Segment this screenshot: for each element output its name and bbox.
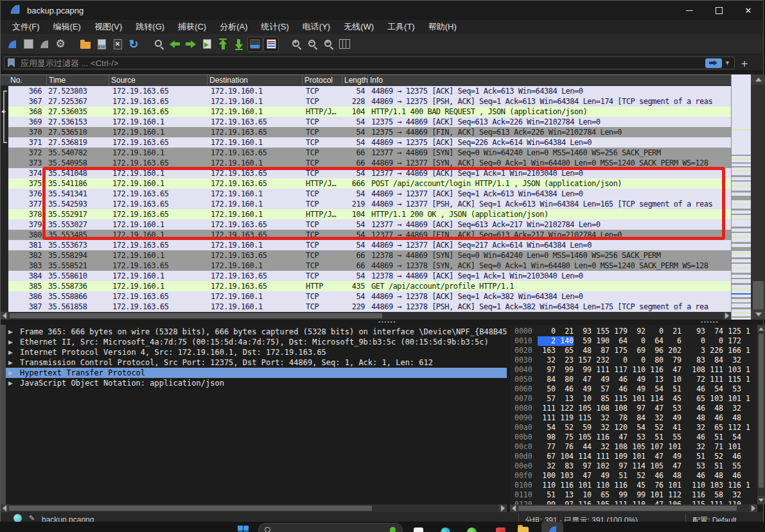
hex-byte[interactable]: 116 bbox=[646, 365, 664, 375]
hex-byte[interactable]: 157 bbox=[574, 356, 592, 365]
bytes-vscrollbar[interactable] bbox=[757, 325, 765, 504]
bytes-hscrollbar[interactable] bbox=[510, 504, 757, 512]
hex-byte[interactable]: 32 bbox=[592, 442, 610, 452]
hex-byte[interactable]: 83 bbox=[556, 461, 574, 471]
hex-byte[interactable]: 47 bbox=[610, 433, 628, 442]
hscroll-thumb[interactable] bbox=[9, 506, 372, 511]
scroll-up-button[interactable] bbox=[757, 325, 765, 332]
hex-byte[interactable]: 47 bbox=[664, 365, 681, 375]
hex-byte[interactable]: 32 bbox=[538, 356, 556, 365]
hex-byte[interactable]: 0 bbox=[687, 336, 705, 346]
expand-triangle-icon[interactable]: ▶ bbox=[8, 337, 13, 347]
details-line-1[interactable]: ▶Ethernet II, Src: Microsoft_4a:7d:75 (0… bbox=[6, 337, 507, 347]
hex-byte[interactable]: 54 bbox=[628, 423, 646, 433]
hex-byte[interactable]: 117 bbox=[610, 365, 628, 375]
hex-byte[interactable]: 10 bbox=[664, 375, 681, 384]
hex-byte[interactable]: 179 bbox=[610, 327, 628, 336]
hex-byte[interactable]: 0 bbox=[538, 327, 556, 336]
hex-byte[interactable]: 0 bbox=[610, 356, 628, 365]
hex-byte[interactable]: 47 bbox=[646, 452, 664, 461]
hex-byte[interactable]: 77 bbox=[538, 442, 556, 452]
hex-byte[interactable]: 105 bbox=[592, 500, 610, 504]
column-header-destination[interactable]: Destination bbox=[207, 75, 303, 85]
resize-columns-button[interactable] bbox=[337, 37, 352, 52]
hex-byte[interactable]: 120 bbox=[610, 423, 628, 433]
hex-byte[interactable]: 46 bbox=[556, 384, 574, 394]
hex-byte[interactable]: 101 bbox=[664, 481, 681, 490]
hex-byte[interactable]: 108 bbox=[610, 442, 628, 452]
hex-byte[interactable]: 48 bbox=[574, 346, 592, 356]
hex-byte[interactable]: 47 bbox=[646, 404, 664, 413]
column-header-info[interactable]: Info bbox=[368, 75, 751, 85]
hex-byte[interactable]: 109 bbox=[610, 452, 628, 461]
hex-byte[interactable]: 49 bbox=[592, 471, 610, 481]
packet-row-369[interactable]: 36927.536153172.19.160.1172.19.163.65TCP… bbox=[8, 117, 731, 127]
menu-item-10[interactable]: 帮助(H) bbox=[428, 21, 457, 33]
hex-byte[interactable]: 97 bbox=[538, 365, 556, 375]
details-line-3[interactable]: ▶Transmission Control Protocol, Src Port… bbox=[6, 357, 507, 368]
hex-byte[interactable]: 116 bbox=[723, 481, 741, 490]
hex-byte[interactable]: 110 bbox=[723, 500, 741, 504]
go-to-packet-button[interactable] bbox=[199, 37, 215, 52]
hex-byte[interactable]: 115 bbox=[687, 500, 705, 504]
hex-byte[interactable]: 99 bbox=[556, 365, 574, 375]
packet-row-383[interactable]: 38335.558521172.19.163.65172.19.160.1TCP… bbox=[8, 261, 731, 271]
hex-byte[interactable]: 166 bbox=[723, 346, 741, 356]
close-button[interactable]: ✕ bbox=[734, 1, 763, 20]
hex-byte[interactable]: 32 bbox=[723, 490, 741, 500]
hex-byte[interactable]: 175 bbox=[610, 346, 628, 356]
hex-byte[interactable]: 103 bbox=[705, 481, 723, 490]
hex-byte[interactable]: 55 bbox=[664, 433, 681, 442]
go-to-top-button[interactable] bbox=[215, 37, 231, 52]
packet-row-371[interactable]: 37127.536819172.19.163.65172.19.160.1TCP… bbox=[8, 137, 731, 148]
column-header-protocol[interactable]: Protocol bbox=[303, 75, 342, 85]
menu-item-6[interactable]: 统计(S) bbox=[261, 21, 288, 33]
hex-byte[interactable]: 32 bbox=[723, 404, 741, 413]
hex-byte[interactable]: 103 bbox=[723, 365, 741, 375]
go-to-bottom-button[interactable] bbox=[231, 37, 247, 52]
hex-byte[interactable]: 93 bbox=[574, 327, 592, 336]
hex-byte[interactable]: 32 bbox=[538, 461, 556, 471]
hex-byte[interactable]: 110 bbox=[538, 481, 556, 490]
packet-row-375[interactable]: 37535.541186172.19.160.1172.19.163.65HTT… bbox=[8, 178, 731, 189]
hex-byte[interactable]: 108 bbox=[592, 404, 610, 413]
hex-byte[interactable]: 110 bbox=[628, 365, 646, 375]
menu-item-2[interactable]: 视图(V) bbox=[94, 21, 122, 33]
details-hscrollbar[interactable] bbox=[1, 504, 507, 512]
hex-byte[interactable]: 111 bbox=[610, 500, 628, 504]
hex-byte[interactable]: 75 bbox=[556, 433, 574, 442]
hex-byte[interactable]: 52 bbox=[628, 471, 646, 481]
hex-byte[interactable]: 51 bbox=[610, 471, 628, 481]
scroll-right-button[interactable] bbox=[499, 504, 507, 512]
intelligent-scrollbar-minimap[interactable] bbox=[731, 74, 751, 320]
hex-byte[interactable]: 101 bbox=[628, 452, 646, 461]
close-file-button[interactable]: ✕ bbox=[110, 37, 125, 52]
hex-byte[interactable]: 49 bbox=[592, 375, 610, 384]
scroll-down-button[interactable] bbox=[757, 496, 765, 504]
packet-row-374[interactable]: 37435.541048172.19.160.1172.19.163.65TCP… bbox=[8, 168, 731, 178]
scroll-down-button[interactable] bbox=[751, 309, 765, 320]
filter-dropdown-caret-icon[interactable]: ▼ bbox=[725, 60, 730, 66]
hex-byte[interactable]: 116 bbox=[556, 481, 574, 490]
taskbar-search-box[interactable] bbox=[258, 523, 403, 532]
hex-byte[interactable]: 104 bbox=[556, 452, 574, 461]
hex-byte[interactable]: 72 bbox=[687, 375, 705, 384]
hex-byte[interactable]: 116 bbox=[574, 500, 592, 504]
zoom-in-button[interactable]: + bbox=[288, 37, 304, 52]
hex-byte[interactable]: 45 bbox=[628, 481, 646, 490]
hex-byte[interactable]: 101 bbox=[664, 442, 681, 452]
column-header-time[interactable]: Time bbox=[47, 75, 109, 85]
expand-triangle-icon[interactable]: ▶ bbox=[8, 357, 13, 368]
hex-byte[interactable]: 54 bbox=[538, 423, 556, 433]
hex-byte[interactable]: 110 bbox=[687, 481, 705, 490]
packet-row-373[interactable]: 37335.540958172.19.163.65172.19.160.1TCP… bbox=[8, 158, 731, 168]
task-view-icon[interactable] bbox=[238, 526, 249, 532]
hex-byte[interactable]: 232 bbox=[592, 356, 610, 365]
hex-byte[interactable]: 54 bbox=[646, 384, 664, 394]
hex-byte[interactable]: 163 bbox=[538, 346, 556, 356]
hex-byte[interactable]: 58 bbox=[705, 490, 723, 500]
hex-byte[interactable]: 50 bbox=[538, 384, 556, 394]
hex-byte[interactable]: 99 bbox=[574, 365, 592, 375]
packet-row-380[interactable]: 38035.553485172.19.160.1172.19.163.65TCP… bbox=[8, 230, 731, 240]
hex-byte[interactable]: 97 bbox=[628, 404, 646, 413]
